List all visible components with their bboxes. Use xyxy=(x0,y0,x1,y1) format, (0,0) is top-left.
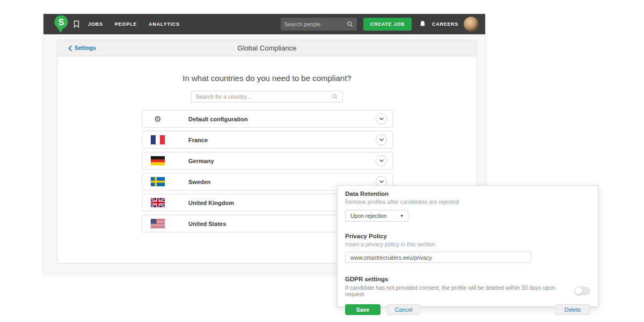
privacy-policy-url-input[interactable] xyxy=(345,252,531,263)
svg-text:S: S xyxy=(58,18,64,27)
user-avatar[interactable] xyxy=(464,17,479,32)
nav-item-people[interactable]: PEOPLE xyxy=(115,21,137,27)
careers-link[interactable]: CAREERS xyxy=(432,21,458,27)
back-to-settings-link[interactable]: Settings xyxy=(68,45,96,51)
expand-chevron-button[interactable] xyxy=(376,155,387,166)
gdpr-toggle[interactable] xyxy=(574,287,590,295)
search-icon xyxy=(347,21,353,27)
page: S JOBS PEOPLE ANALYTICS CREATE JOB xyxy=(0,0,644,322)
panel-header: Settings Global Compliance xyxy=(57,40,477,56)
gdpr-settings-title: GDPR settings xyxy=(345,276,590,282)
cancel-button[interactable]: Cancel xyxy=(387,304,420,315)
privacy-policy-subtitle: Insert a privacy policy in this section xyxy=(345,241,590,247)
compliance-question: In what countries do you need to be comp… xyxy=(57,74,477,83)
toggle-knob xyxy=(575,287,582,295)
search-icon xyxy=(332,93,338,100)
data-retention-title: Data Retention xyxy=(345,191,590,197)
gdpr-description: If candidate has not provided consent, t… xyxy=(345,284,564,297)
logo-pin-icon: S xyxy=(54,15,68,33)
expand-chevron-button[interactable] xyxy=(376,134,387,145)
save-button[interactable]: Save xyxy=(345,304,380,315)
country-settings-popover: Data Retention Remove profiles after can… xyxy=(337,185,598,307)
row-label: Sweden xyxy=(188,179,376,185)
row-default-configuration[interactable]: ⚙ Default configuration xyxy=(142,110,393,128)
germany-flag-icon xyxy=(151,156,165,165)
search-people-input[interactable] xyxy=(284,21,347,27)
page-title: Global Compliance xyxy=(57,44,477,52)
retention-dropdown[interactable]: Upon rejection ▾ xyxy=(345,210,408,222)
notifications-bell-icon[interactable] xyxy=(419,20,426,28)
nav-item-jobs[interactable]: JOBS xyxy=(88,21,103,27)
united-kingdom-flag-icon xyxy=(151,198,165,207)
bookmark-icon[interactable] xyxy=(74,20,79,28)
gdpr-settings-section: GDPR settings If candidate has not provi… xyxy=(345,276,590,297)
privacy-policy-title: Privacy Policy xyxy=(345,233,590,239)
row-label: Default configuration xyxy=(188,116,376,122)
top-navbar: S JOBS PEOPLE ANALYTICS CREATE JOB xyxy=(43,14,485,34)
create-job-button[interactable]: CREATE JOB xyxy=(363,18,412,31)
sweden-flag-icon xyxy=(151,177,165,186)
data-retention-section: Data Retention Remove profiles after can… xyxy=(345,191,590,222)
france-flag-icon xyxy=(151,135,165,144)
row-label: France xyxy=(188,137,376,143)
caret-down-icon: ▾ xyxy=(400,213,403,218)
country-search-input[interactable] xyxy=(196,93,332,100)
smartrecruiters-logo-icon[interactable]: S xyxy=(54,15,68,33)
chevron-left-icon xyxy=(68,46,72,51)
row-germany[interactable]: Germany xyxy=(142,152,393,170)
country-search-box[interactable] xyxy=(191,91,343,103)
nav-item-analytics[interactable]: ANALYTICS xyxy=(149,21,180,27)
data-retention-subtitle: Remove profiles after candidates are rej… xyxy=(345,199,590,205)
retention-dropdown-value: Upon rejection xyxy=(350,213,387,219)
search-people-box[interactable] xyxy=(281,18,357,31)
popover-actions: Save Cancel Delete xyxy=(345,304,590,315)
delete-button[interactable]: Delete xyxy=(555,304,590,315)
back-label: Settings xyxy=(75,45,96,51)
gear-icon: ⚙ xyxy=(151,115,165,123)
row-france[interactable]: France xyxy=(142,131,393,149)
row-label: Germany xyxy=(188,158,376,164)
expand-chevron-button[interactable] xyxy=(376,113,387,125)
privacy-policy-section: Privacy Policy Insert a privacy policy i… xyxy=(345,233,590,263)
united-states-flag-icon xyxy=(151,219,165,228)
